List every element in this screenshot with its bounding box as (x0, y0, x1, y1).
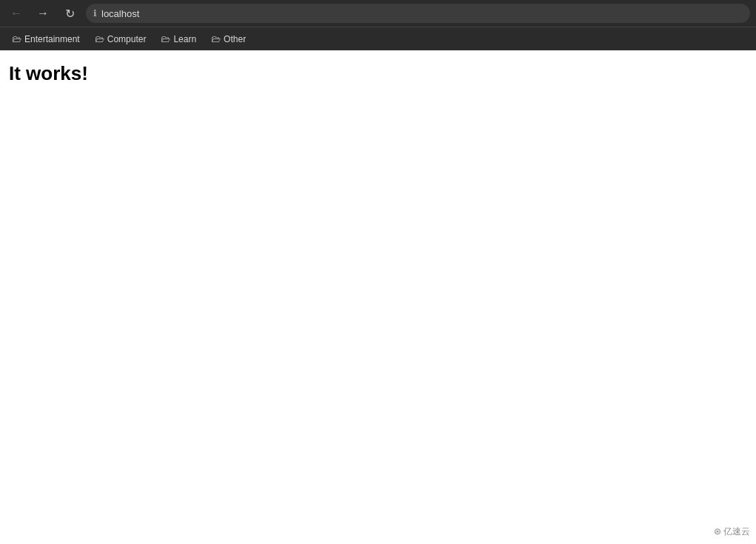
bookmark-item-entertainment[interactable]: 🗁Entertainment (6, 30, 86, 47)
folder-icon-computer: 🗁 (95, 33, 104, 44)
watermark: ⊛ 亿速云 (714, 525, 750, 538)
page-content: It works! (0, 50, 756, 544)
bookmark-label-learn: Learn (173, 34, 196, 44)
forward-button[interactable]: → (33, 3, 53, 24)
url-text: localhost (101, 8, 139, 19)
browser-chrome: ← → ↻ ℹ localhost 🗁Entertainment🗁Compute… (0, 0, 756, 50)
folder-icon-learn: 🗁 (161, 33, 170, 44)
lock-icon: ℹ (93, 8, 97, 19)
bookmark-label-entertainment: Entertainment (24, 34, 80, 44)
bookmark-item-learn[interactable]: 🗁Learn (155, 30, 202, 47)
bookmark-item-computer[interactable]: 🗁Computer (89, 30, 153, 47)
bookmark-label-other: Other (224, 34, 246, 44)
reload-button[interactable]: ↻ (59, 3, 80, 24)
back-button[interactable]: ← (6, 3, 27, 24)
folder-icon-other: 🗁 (211, 33, 221, 44)
bookmarks-bar: 🗁Entertainment🗁Computer🗁Learn🗁Other (0, 27, 756, 50)
address-bar[interactable]: ℹ localhost (86, 4, 750, 23)
bookmark-item-other[interactable]: 🗁Other (205, 30, 252, 47)
folder-icon-entertainment: 🗁 (12, 33, 21, 44)
bookmark-label-computer: Computer (107, 34, 147, 44)
nav-bar: ← → ↻ ℹ localhost (0, 0, 756, 27)
page-heading: It works! (9, 62, 747, 85)
